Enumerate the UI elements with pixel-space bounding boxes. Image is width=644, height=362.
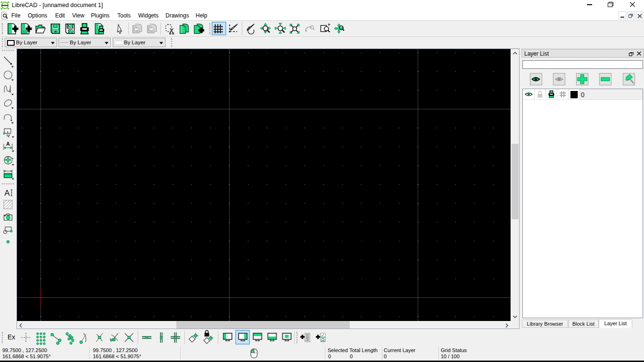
svg-text:0: 0: [581, 91, 585, 99]
svg-text:A: A: [6, 141, 10, 147]
svg-text:A: A: [4, 189, 10, 197]
